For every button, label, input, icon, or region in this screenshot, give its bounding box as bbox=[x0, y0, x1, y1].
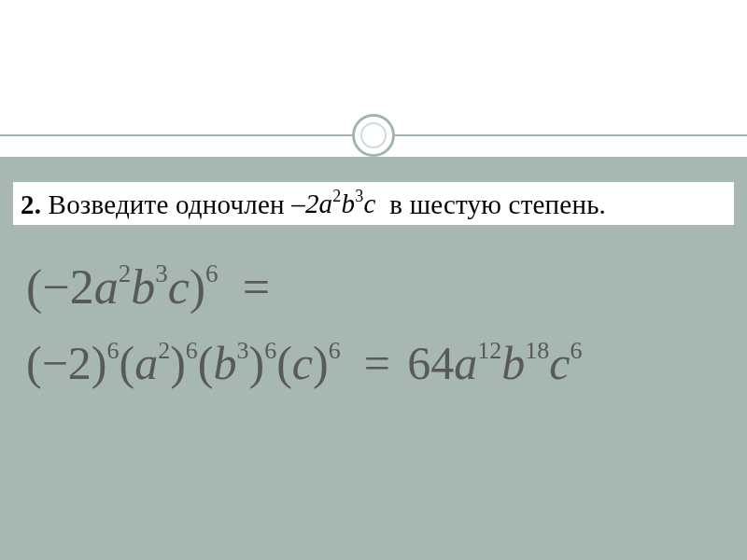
problem-b-pow: 3 bbox=[355, 188, 363, 206]
problem-coef: –2 bbox=[291, 189, 318, 218]
eq2-res-c-pow: 6 bbox=[571, 337, 583, 364]
eq1-open: ( bbox=[26, 260, 42, 314]
eq1-b-pow: 3 bbox=[155, 259, 168, 287]
ornament-line-right bbox=[395, 134, 747, 136]
eq1-a-pow: 2 bbox=[119, 259, 132, 287]
eq1-coef: 2 bbox=[70, 260, 94, 314]
eq2-result: 64a12b18c6 bbox=[407, 337, 582, 389]
header-band bbox=[0, 0, 747, 131]
equation-line-1: (−2a2b3c)6 = bbox=[26, 259, 270, 315]
eq2-p1-close: ) bbox=[92, 337, 107, 389]
eq1-minus: − bbox=[42, 260, 69, 314]
eq1-close: ) bbox=[190, 260, 205, 314]
eq2-p4-close: ) bbox=[313, 337, 329, 389]
eq2-res-b-pow: 18 bbox=[525, 337, 549, 364]
problem-number: 2. bbox=[21, 189, 41, 218]
problem-text: 2. Возведите одночлен –2a2b3c в шестую с… bbox=[21, 188, 606, 220]
eq1-equals: = bbox=[231, 260, 270, 314]
eq1-a: a bbox=[94, 260, 119, 314]
ornament-circle-icon bbox=[352, 114, 395, 157]
eq2-p2-open: ( bbox=[120, 337, 135, 389]
eq2-p2-inner-pow: 2 bbox=[158, 337, 170, 364]
equation-line-2: (−2)6(a2)6(b3)6(c)6 = 64a12b18c6 bbox=[26, 336, 583, 390]
eq2-p3-close: ) bbox=[248, 337, 264, 389]
eq2-p2-close: ) bbox=[170, 337, 186, 389]
eq2-p3-inner-pow: 3 bbox=[236, 337, 248, 364]
eq2-res-a: a bbox=[454, 337, 477, 389]
eq2-p3-pow: 6 bbox=[264, 337, 276, 364]
eq2-res-coef: 64 bbox=[407, 337, 454, 389]
problem-box: 2. Возведите одночлен –2a2b3c в шестую с… bbox=[13, 182, 734, 225]
eq2-p3-base: b bbox=[213, 337, 236, 389]
eq2-p4-pow: 6 bbox=[329, 337, 341, 364]
eq1-outer-pow: 6 bbox=[205, 259, 218, 287]
eq2-res-b: b bbox=[501, 337, 525, 389]
problem-b: b bbox=[341, 189, 355, 218]
ornament-line-left bbox=[0, 134, 352, 136]
eq2-p4-open: ( bbox=[276, 337, 292, 389]
eq2-p2-pow: 6 bbox=[186, 337, 198, 364]
slide: 2. Возведите одночлен –2a2b3c в шестую с… bbox=[0, 0, 747, 560]
eq2-p2-base: a bbox=[134, 337, 158, 389]
eq2-res-c: c bbox=[549, 337, 570, 389]
eq2-p1-open: ( bbox=[26, 337, 42, 389]
eq1-c: c bbox=[168, 260, 190, 314]
eq2-p3-open: ( bbox=[198, 337, 214, 389]
eq2-res-a-pow: 12 bbox=[477, 337, 501, 364]
problem-text-before: Возведите одночлен bbox=[49, 189, 285, 218]
eq2-p1-val: 2 bbox=[68, 337, 92, 389]
problem-monomial: –2a2b3c bbox=[291, 189, 383, 218]
eq2-p1-minus: − bbox=[42, 337, 68, 389]
eq2-equals: = bbox=[352, 337, 402, 389]
problem-a: a bbox=[319, 189, 333, 218]
eq2-p4-base: c bbox=[292, 337, 313, 389]
problem-c: c bbox=[363, 189, 375, 218]
eq1-b: b bbox=[131, 260, 155, 314]
problem-text-after: в шестую степень. bbox=[389, 189, 606, 218]
eq2-p1-pow: 6 bbox=[107, 337, 120, 364]
